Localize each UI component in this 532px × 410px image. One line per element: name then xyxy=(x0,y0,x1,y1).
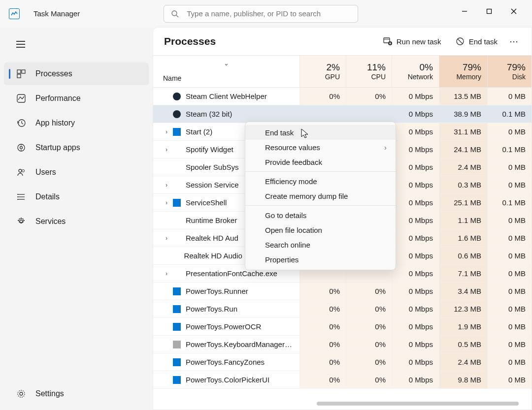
table-row[interactable]: Steam Client WebHelper0%0%0 Mbps13.5 MB0… xyxy=(153,88,532,105)
cell-net: 0 Mbps xyxy=(392,265,439,282)
page-title: Processes xyxy=(164,35,216,47)
expand-icon[interactable]: › xyxy=(163,270,170,277)
col-disk[interactable]: 79% Disk xyxy=(487,56,532,87)
cell-disk: 0 MB xyxy=(487,336,532,353)
cell-name[interactable]: PowerToys.ColorPickerUI xyxy=(153,371,299,388)
table-row[interactable]: PowerToys.Runner0%0%0 Mbps3.4 MB0 MB xyxy=(153,283,532,300)
nav-users[interactable]: Users xyxy=(4,161,149,184)
table-row[interactable]: PowerToys.Run0%0%0 Mbps12.3 MB0 MB xyxy=(153,300,532,318)
svg-point-15 xyxy=(20,147,23,149)
cell-name[interactable]: PowerToys.KeyboardManager… xyxy=(153,336,299,353)
process-name: Steam (32 bit) xyxy=(186,110,232,118)
col-mem[interactable]: 79% Memory xyxy=(439,56,487,87)
nav-label: App history xyxy=(35,119,75,127)
svg-rect-9 xyxy=(17,70,21,73)
col-cpu[interactable]: 11% CPU xyxy=(346,56,392,87)
cell-name[interactable]: PowerToys.FancyZones xyxy=(153,353,299,371)
nav-label: Performance xyxy=(35,94,81,103)
cell-disk: 0 MB xyxy=(487,88,532,105)
col-cpu-pct: 11% xyxy=(367,62,386,73)
cell-mem: 7.1 MB xyxy=(439,265,487,282)
menu-item[interactable]: Resource values xyxy=(245,140,396,155)
cell-name[interactable]: PowerToys.PowerOCR xyxy=(153,318,299,335)
expand-icon[interactable]: › xyxy=(163,199,170,206)
cell-gpu: 0% xyxy=(299,336,346,353)
grid-header: ⌄ Name 2% GPU 11% CPU 0% Network 79% Mem… xyxy=(153,55,532,88)
cell-name[interactable]: Steam (32 bit) xyxy=(153,105,299,123)
nav-app-history[interactable]: App history xyxy=(4,112,149,134)
table-row[interactable]: PowerToys.PowerOCR0%0%0 Mbps1.9 MB0 MB xyxy=(153,318,532,336)
search-input[interactable] xyxy=(187,9,351,18)
run-new-task-button[interactable]: Run new task xyxy=(383,36,441,46)
menu-item[interactable]: End task xyxy=(245,125,396,140)
cell-gpu: 0% xyxy=(299,88,346,105)
nav-processes[interactable]: Processes xyxy=(4,63,149,85)
expand-icon[interactable]: › xyxy=(163,182,170,189)
cell-gpu: 0% xyxy=(299,371,346,388)
more-button[interactable]: ⋯ xyxy=(509,36,520,47)
menu-item[interactable]: Search online xyxy=(245,237,396,252)
nav-services[interactable]: Services xyxy=(4,210,149,233)
cell-mem: 0.5 MB xyxy=(439,336,487,353)
process-name: Steam Client WebHelper xyxy=(186,92,267,100)
nav-label: Services xyxy=(35,217,66,226)
expand-icon[interactable]: › xyxy=(163,128,170,135)
table-row[interactable]: Steam (32 bit)0 Mbps38.9 MB0.1 MB xyxy=(153,105,532,123)
maximize-button[interactable] xyxy=(477,3,501,20)
cell-gpu: 0% xyxy=(299,300,346,317)
expand-icon[interactable]: › xyxy=(163,146,170,153)
process-icon xyxy=(173,110,181,118)
cell-mem: 2.4 MB xyxy=(439,158,487,176)
cell-name[interactable]: PowerToys.Run xyxy=(153,300,299,317)
menu-item[interactable]: Create memory dump file xyxy=(245,189,396,203)
col-net[interactable]: 0% Network xyxy=(392,56,439,87)
process-icon xyxy=(173,341,181,348)
process-name: Spooler SubSys xyxy=(186,163,239,171)
svg-rect-3 xyxy=(487,9,492,13)
cell-mem: 9.8 MB xyxy=(439,371,487,388)
expand-icon[interactable]: › xyxy=(163,235,170,242)
col-gpu[interactable]: 2% GPU xyxy=(299,56,346,87)
table-row[interactable]: PowerToys.FancyZones0%0%0 Mbps2.4 MB0 MB xyxy=(153,353,532,371)
process-icon xyxy=(173,199,181,207)
cell-name[interactable]: Steam Client WebHelper xyxy=(153,88,299,105)
menu-item[interactable]: Go to details xyxy=(245,208,396,222)
cell-disk: 0 MB xyxy=(487,229,532,247)
cell-cpu: 0% xyxy=(346,318,392,335)
cell-mem: 0.6 MB xyxy=(439,247,487,264)
hamburger-button[interactable] xyxy=(11,36,31,53)
menu-item[interactable]: Provide feedback xyxy=(245,155,396,169)
search-box[interactable] xyxy=(164,5,358,23)
cell-disk: 0 MB xyxy=(487,283,532,300)
menu-item[interactable]: Open file location xyxy=(245,222,396,237)
horizontal-scrollbar[interactable] xyxy=(317,402,519,406)
minimize-button[interactable] xyxy=(452,3,477,20)
cell-net: 0 Mbps xyxy=(392,123,439,140)
svg-point-0 xyxy=(172,11,177,16)
nav-label: Details xyxy=(35,192,60,201)
cell-cpu: 0% xyxy=(346,371,392,388)
cell-net: 0 Mbps xyxy=(392,88,439,105)
nav-details[interactable]: Details xyxy=(4,186,149,208)
nav-performance[interactable]: Performance xyxy=(4,87,149,110)
svg-rect-10 xyxy=(22,70,25,73)
run-task-label: Run new task xyxy=(397,37,441,46)
menu-item[interactable]: Efficiency mode xyxy=(245,174,396,189)
chevron-down-icon: ⌄ xyxy=(224,60,229,67)
process-name: PresentationFontCache.exe xyxy=(186,269,277,278)
nav-settings[interactable]: Settings xyxy=(4,382,149,405)
table-row[interactable]: PowerToys.ColorPickerUI0%0%0 Mbps9.8 MB0… xyxy=(153,371,532,389)
process-icon xyxy=(173,270,181,278)
close-button[interactable] xyxy=(501,3,526,20)
process-icon xyxy=(173,128,181,136)
nav-startup[interactable]: Startup apps xyxy=(4,136,149,159)
menu-item[interactable]: Properties xyxy=(245,252,396,267)
end-task-button[interactable]: End task xyxy=(455,36,498,46)
col-name[interactable]: ⌄ Name xyxy=(153,56,299,87)
users-icon xyxy=(16,167,27,178)
cell-mem: 3.4 MB xyxy=(439,283,487,300)
process-name: PowerToys.PowerOCR xyxy=(186,322,261,331)
table-row[interactable]: PowerToys.KeyboardManager…0%0%0 Mbps0.5 … xyxy=(153,336,532,353)
cell-name[interactable]: PowerToys.Runner xyxy=(153,283,299,300)
end-task-label: End task xyxy=(469,37,498,46)
